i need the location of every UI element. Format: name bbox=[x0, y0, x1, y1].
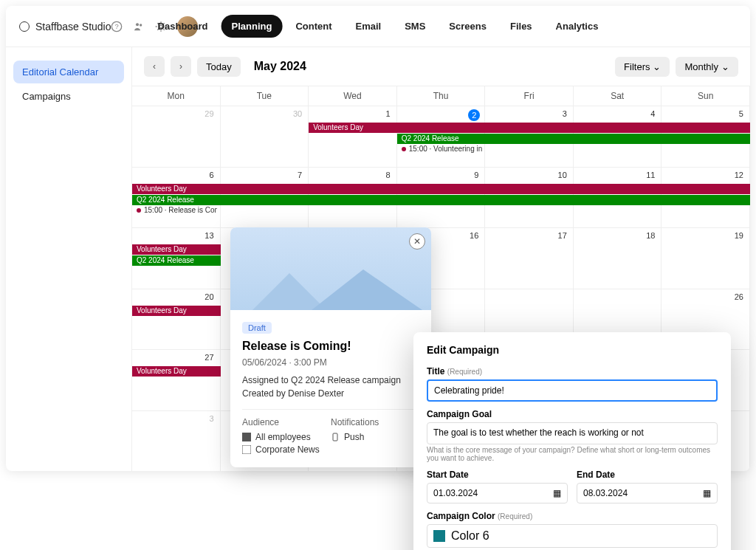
end-date-label: End Date bbox=[577, 470, 718, 480]
audience-all-employees: All employees bbox=[242, 432, 331, 442]
svg-point-2 bbox=[136, 23, 139, 26]
day-number: 16 bbox=[470, 231, 478, 240]
edit-campaign-modal: Edit Campaign Title (Required) Campaign … bbox=[413, 332, 731, 550]
day-number: 3 bbox=[563, 109, 567, 118]
calendar-cell[interactable]: 27 bbox=[132, 350, 221, 410]
svg-point-3 bbox=[140, 24, 142, 26]
day-number: 6 bbox=[209, 171, 213, 179]
day-number: 4 bbox=[650, 109, 655, 118]
calendar-event-bar[interactable]: Q2 2024 Release bbox=[132, 195, 750, 205]
popup-assigned: Assigned to Q2 2024 Release campaign bbox=[242, 375, 419, 385]
nav-dashboard[interactable]: Dashboard bbox=[148, 15, 219, 38]
next-month-button[interactable]: › bbox=[171, 56, 191, 77]
calendar-event-bar[interactable]: Q2 2024 Release bbox=[397, 134, 750, 144]
day-number: 17 bbox=[558, 231, 567, 240]
start-date-input[interactable]: 01.03.2024▦ bbox=[427, 483, 568, 503]
day-number: 18 bbox=[646, 231, 655, 240]
day-number: 30 bbox=[293, 109, 302, 118]
calendar-cell[interactable]: 3 bbox=[132, 411, 221, 472]
audience-heading: Audience bbox=[242, 417, 331, 427]
notification-push: Push bbox=[331, 432, 419, 442]
popup-image bbox=[230, 227, 431, 310]
prev-month-button[interactable]: ‹ bbox=[144, 56, 165, 77]
calendar-cell[interactable]: 29 bbox=[132, 106, 221, 167]
today-button[interactable]: Today bbox=[197, 57, 241, 77]
nav-analytics[interactable]: Analytics bbox=[546, 15, 609, 38]
calendar-icon: ▦ bbox=[553, 488, 561, 498]
day-number: 19 bbox=[735, 231, 743, 240]
day-number: 8 bbox=[386, 171, 391, 179]
filters-button[interactable]: Filters⌄ bbox=[615, 57, 670, 77]
calendar-cell[interactable]: 20 bbox=[132, 289, 221, 350]
calendar-cell[interactable]: 19 bbox=[662, 228, 750, 289]
calendar-toolbar: ‹ › Today May 2024 Filters⌄ Monthly⌄ bbox=[132, 47, 750, 86]
calendar-cell[interactable]: 1 bbox=[309, 106, 397, 167]
color-select[interactable]: Color 6 bbox=[427, 524, 718, 548]
calendar-event[interactable]: 15:00 · Volunteering in … bbox=[402, 145, 482, 153]
day-number: 10 bbox=[558, 171, 567, 179]
notifications-heading: Notifications bbox=[331, 417, 419, 427]
popup-close-button[interactable]: ✕ bbox=[409, 233, 425, 250]
nav-files[interactable]: Files bbox=[500, 15, 543, 38]
calendar-cell[interactable]: 18 bbox=[574, 228, 662, 289]
svg-marker-6 bbox=[312, 269, 422, 310]
draft-badge: Draft bbox=[242, 322, 272, 334]
day-number: 29 bbox=[205, 109, 213, 118]
calendar-event[interactable]: 15:00 · Release is Comi… bbox=[137, 206, 217, 214]
day-number: 26 bbox=[735, 292, 743, 301]
help-icon[interactable]: ? bbox=[111, 21, 123, 32]
svg-rect-9 bbox=[333, 433, 337, 441]
brand-logo-icon bbox=[19, 21, 30, 32]
sidebar-item-campaigns[interactable]: Campaigns bbox=[13, 85, 124, 108]
month-title: May 2024 bbox=[254, 60, 306, 73]
nav-email[interactable]: Email bbox=[346, 15, 392, 38]
calendar-event-bar[interactable]: Volunteers Day bbox=[132, 184, 750, 194]
color-label: Campaign Color (Required) bbox=[427, 511, 718, 521]
top-nav: Dashboard Planning Content Email SMS Scr… bbox=[148, 15, 609, 38]
day-number: 7 bbox=[298, 171, 302, 179]
day-number: 13 bbox=[205, 231, 213, 240]
calendar-event-bar[interactable]: Volunteers Day bbox=[132, 306, 221, 316]
day-number: 2 bbox=[468, 109, 480, 121]
calendar-icon: ▦ bbox=[703, 488, 711, 498]
goal-helper: What is the core message of your campaig… bbox=[427, 446, 718, 462]
day-number: 5 bbox=[739, 109, 743, 118]
modal-heading: Edit Campaign bbox=[427, 344, 718, 356]
goal-label: Campaign Goal bbox=[427, 409, 718, 419]
popup-datetime: 05/06/2024 · 3:00 PM bbox=[242, 357, 419, 368]
sidebar-item-editorial-calendar[interactable]: Editorial Calendar bbox=[13, 61, 124, 83]
nav-screens[interactable]: Screens bbox=[439, 15, 497, 38]
event-popup: ✕ Draft Release is Coming! 05/06/2024 · … bbox=[230, 227, 431, 467]
day-number: 20 bbox=[205, 292, 213, 301]
calendar-event-bar[interactable]: Volunteers Day bbox=[309, 123, 750, 133]
calendar-event-bar[interactable]: Volunteers Day bbox=[132, 366, 221, 377]
calendar-event-bar[interactable]: Volunteers Day bbox=[132, 244, 221, 255]
end-date-input[interactable]: 08.03.2024▦ bbox=[577, 483, 718, 503]
title-input[interactable] bbox=[427, 379, 718, 402]
brand-name: Staffbase Studio bbox=[35, 21, 111, 32]
day-number: 3 bbox=[209, 414, 213, 423]
svg-rect-7 bbox=[242, 433, 251, 441]
svg-rect-8 bbox=[242, 445, 251, 454]
weekday-header: Mon Tue Wed Thu Fri Sat Sun bbox=[132, 86, 750, 106]
nav-content[interactable]: Content bbox=[285, 15, 342, 38]
people-icon bbox=[242, 433, 251, 441]
brand: Staffbase Studio bbox=[19, 21, 111, 32]
calendar-event-bar[interactable]: Q2 2024 Release bbox=[132, 255, 221, 266]
chevron-down-icon: ⌄ bbox=[721, 61, 729, 72]
sidebar: Editorial Calendar Campaigns bbox=[6, 47, 131, 471]
title-label: Title (Required) bbox=[427, 366, 718, 377]
nav-planning[interactable]: Planning bbox=[221, 15, 283, 38]
popup-title: Release is Coming! bbox=[242, 340, 419, 353]
chevron-down-icon: ⌄ bbox=[653, 61, 661, 72]
start-date-label: Start Date bbox=[427, 470, 568, 480]
news-icon bbox=[242, 445, 251, 454]
goal-input[interactable]: The goal is to test whether the reach is… bbox=[427, 422, 718, 444]
audience-corporate-news: Corporate News bbox=[242, 444, 331, 455]
popup-created: Created by Denise Dexter bbox=[242, 388, 419, 399]
calendar-cell[interactable]: 30 bbox=[221, 106, 309, 167]
calendar-cell[interactable]: 17 bbox=[485, 228, 574, 289]
people-icon[interactable] bbox=[133, 21, 145, 32]
view-button[interactable]: Monthly⌄ bbox=[676, 57, 738, 77]
nav-sms[interactable]: SMS bbox=[394, 15, 436, 38]
